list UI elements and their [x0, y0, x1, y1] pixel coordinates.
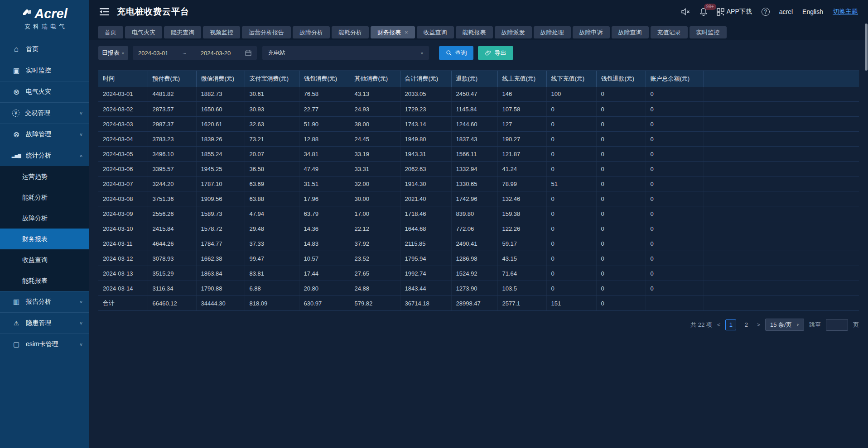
mute-icon[interactable]: [681, 8, 690, 15]
table-cell: 3078.93: [148, 251, 196, 266]
table-cell: 32.63: [245, 117, 299, 132]
table-cell: 107.58: [497, 102, 546, 117]
table-cell: [704, 281, 859, 296]
export-button[interactable]: 导出: [478, 46, 513, 60]
tab[interactable]: 能耗分析: [332, 26, 369, 38]
tab[interactable]: 隐患查询: [164, 26, 201, 38]
report-type-select[interactable]: 日报表: [98, 46, 128, 60]
tab[interactable]: 故障分析: [293, 26, 330, 38]
sidebar-item[interactable]: 实时监控: [0, 60, 89, 81]
chevron-down-icon: [121, 51, 125, 55]
next-page-icon[interactable]: [757, 321, 760, 328]
page-number[interactable]: 2: [741, 319, 752, 330]
fault-icon: [12, 130, 20, 138]
sidebar-item[interactable]: 故障管理 ∨: [0, 124, 89, 145]
tab[interactable]: 故障查询: [612, 26, 649, 38]
table-cell: 1843.44: [400, 281, 451, 296]
table-cell: 151: [546, 296, 596, 311]
page-number[interactable]: 1: [725, 319, 736, 330]
table-cell: [704, 191, 859, 206]
table-cell: 0: [546, 147, 596, 162]
table-cell: 10.57: [299, 251, 350, 266]
tab[interactable]: 故障处理: [534, 26, 571, 38]
tab[interactable]: 电气火灾: [125, 26, 162, 38]
search-button[interactable]: 查询: [439, 46, 473, 60]
table-cell: [704, 221, 859, 236]
table-cell: [704, 102, 859, 117]
sidebar-item[interactable]: esim卡管理 ∨: [0, 334, 89, 355]
prev-page-icon[interactable]: [717, 321, 721, 328]
tab[interactable]: 故障申诉: [573, 26, 610, 38]
tab[interactable]: 实时监控: [690, 26, 727, 38]
collapse-menu-icon[interactable]: [99, 8, 109, 16]
table-row: 2024-03-09 2556.26 1589.73 47.94 63.79 1…: [98, 206, 859, 221]
scrollbar[interactable]: [864, 24, 868, 448]
table-cell: 0: [596, 296, 646, 311]
tab[interactable]: 充值记录: [651, 26, 688, 38]
theme-switch-link[interactable]: 切换主题: [833, 8, 858, 16]
table-cell: 100: [546, 87, 596, 102]
table-cell: 2873.57: [148, 102, 196, 117]
sidebar-item[interactable]: 统计分析 ∧: [0, 145, 89, 166]
table-cell: 1620.61: [196, 117, 245, 132]
table-cell: 51: [546, 176, 596, 191]
table-cell: 23.52: [350, 251, 400, 266]
username[interactable]: acrel: [779, 8, 793, 15]
sidebar-subitem[interactable]: 收益查询: [0, 249, 89, 270]
tab-label: 首页: [105, 29, 116, 37]
jump-page-input[interactable]: [826, 319, 848, 331]
table-cell: 0: [646, 281, 704, 296]
tab-label: 故障派发: [502, 29, 525, 37]
table-cell: 24.88: [350, 281, 400, 296]
sidebar-subitem[interactable]: 财务报表: [0, 229, 89, 249]
table-cell: 1589.73: [196, 206, 245, 221]
column-header: 线下充值(元): [546, 71, 596, 87]
sidebar-item-label: 实时监控: [26, 67, 83, 75]
app-download-link[interactable]: APP下载: [717, 8, 752, 16]
warning-icon: [12, 319, 20, 327]
column-header: 支付宝消费(元): [245, 71, 299, 87]
monitor-icon: [12, 67, 20, 75]
sidebar-subitem[interactable]: 故障分析: [0, 208, 89, 229]
tab[interactable]: 财务报表: [371, 26, 415, 38]
table-cell: 36.58: [245, 162, 299, 176]
sidebar-subitem[interactable]: 运营趋势: [0, 166, 89, 187]
table-cell: 14.83: [299, 236, 350, 251]
table-cell: 12.88: [299, 132, 350, 147]
sidebar-subitem[interactable]: 能耗分析: [0, 187, 89, 208]
notifications-bell-icon[interactable]: 99+: [700, 8, 707, 16]
table-cell: 121.87: [497, 147, 546, 162]
sidebar-item[interactable]: 首页: [0, 39, 89, 60]
sidebar-subitem-label: 能耗报表: [22, 277, 48, 284]
help-icon[interactable]: [762, 8, 770, 16]
date-range-picker[interactable]: 2024-03-01 ~ 2024-03-20: [133, 46, 257, 60]
tab[interactable]: 能耗报表: [456, 26, 493, 38]
chevron-icon: ∨: [79, 342, 83, 347]
tab[interactable]: 故障派发: [495, 26, 532, 38]
table-cell: 0: [596, 281, 646, 296]
tab[interactable]: 视频监控: [203, 26, 240, 38]
language-switch[interactable]: English: [802, 8, 823, 15]
sidebar-item[interactable]: 报告分析 ∨: [0, 291, 89, 312]
table-row: 2024-03-11 4644.26 1784.77 37.33 14.83 3…: [98, 236, 859, 251]
page-size-select[interactable]: 15 条/页: [765, 319, 804, 331]
table-cell: 14.36: [299, 221, 350, 236]
sidebar-item[interactable]: 电气火灾: [0, 81, 89, 102]
station-select[interactable]: 充电站: [262, 46, 429, 60]
scrollbar-thumb[interactable]: [865, 24, 868, 71]
tab-close-icon[interactable]: [405, 29, 408, 36]
table-cell: [704, 206, 859, 221]
sidebar-item[interactable]: 交易管理 ∨: [0, 103, 89, 124]
table-cell: 22.12: [350, 221, 400, 236]
sidebar-subitem-label: 故障分析: [22, 214, 48, 222]
tab[interactable]: 运营分析报告: [242, 26, 291, 38]
table-cell: 122.26: [497, 221, 546, 236]
trade-icon: [12, 110, 19, 117]
table-cell: 17.44: [299, 266, 350, 281]
tab[interactable]: 收益查询: [417, 26, 454, 38]
tab[interactable]: 首页: [98, 26, 123, 38]
sidebar-subitem[interactable]: 能耗报表: [0, 270, 89, 291]
table-cell: 27.65: [350, 266, 400, 281]
sidebar-item[interactable]: 隐患管理 ∨: [0, 313, 89, 334]
table-cell: 1855.24: [196, 147, 245, 162]
